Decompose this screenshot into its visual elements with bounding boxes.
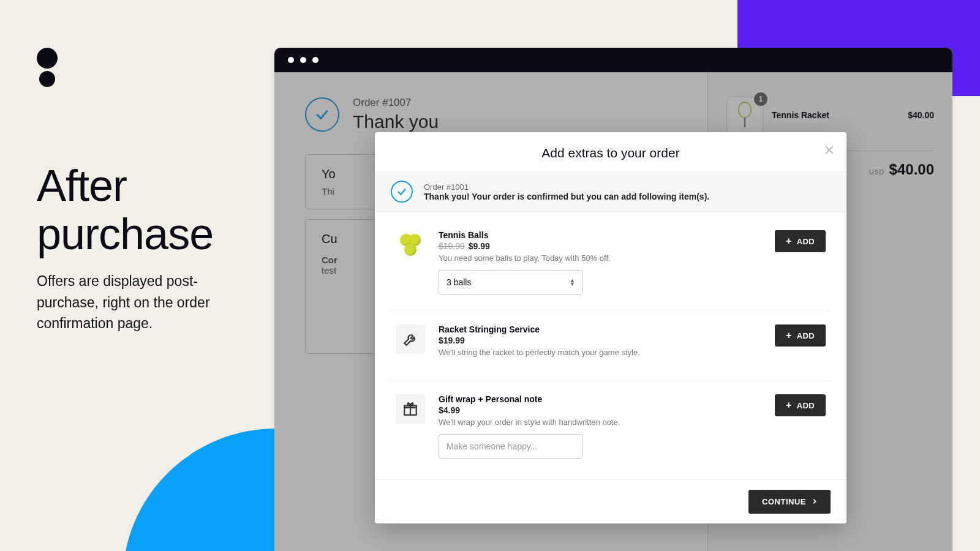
plus-icon: +	[786, 236, 792, 246]
offer-new-price: $9.99	[469, 241, 490, 251]
close-icon[interactable]	[824, 143, 834, 158]
note-input[interactable]	[439, 434, 583, 459]
offer-price: $19.99	[439, 335, 761, 345]
upsell-modal: Add extras to your order Order #1001 Tha…	[375, 132, 846, 523]
continue-button[interactable]: CONTINUE	[748, 490, 831, 514]
offer-desc: We'll string the racket to perfectly mat…	[439, 348, 761, 357]
cart-item-price: $40.00	[908, 110, 934, 120]
modal-subheader: Order #1001 Thank you! Your order is con…	[375, 171, 846, 212]
add-button[interactable]: + ADD	[775, 394, 826, 416]
headline-line: After	[37, 162, 213, 210]
offer-title: Tennis Balls	[439, 230, 761, 240]
offer-title: Racket Stringing Service	[439, 324, 761, 334]
gift-icon	[396, 394, 425, 424]
plus-icon: +	[786, 331, 792, 340]
tennis-balls-icon	[396, 230, 425, 260]
modal-header: Add extras to your order	[375, 132, 846, 171]
add-button[interactable]: + ADD	[775, 324, 826, 347]
modal-title: Add extras to your order	[541, 146, 679, 160]
offer-list: Tennis Balls $19.99$9.99 You need some b…	[375, 212, 846, 479]
plus-icon: +	[786, 400, 792, 410]
wrench-icon	[396, 324, 425, 354]
svg-point-0	[739, 102, 751, 118]
brand-logo	[37, 48, 58, 87]
offer-item: Gift wrap + Personal note $4.99 We'll wr…	[391, 381, 831, 474]
offer-title: Gift wrap + Personal note	[439, 394, 761, 404]
stepper-icon: ▲▼	[570, 279, 575, 286]
browser-titlebar	[274, 48, 952, 72]
headline-line: purchase	[37, 210, 213, 258]
checkmark-icon	[391, 181, 413, 203]
offer-desc: We'll wrap your order in style with hand…	[439, 418, 761, 427]
total-amount: $40.00	[889, 161, 934, 178]
offer-desc: You need some balls to play. Today with …	[439, 253, 761, 263]
order-thank-you: Thank you	[353, 111, 439, 132]
chevron-right-icon	[812, 497, 817, 506]
modal-confirm-text: Thank you! Your order is confirmed but y…	[424, 192, 709, 201]
offer-item: Racket Stringing Service $19.99 We'll st…	[391, 311, 831, 381]
marketing-headline: After purchase	[37, 162, 213, 258]
add-label: ADD	[797, 401, 815, 410]
cart-item: 1 Tennis Racket $40.00	[726, 97, 934, 133]
add-label: ADD	[797, 237, 815, 246]
window-dot-icon	[312, 57, 318, 63]
cart-item-name: Tennis Racket	[772, 110, 899, 120]
marketing-subtext: Offers are displayed post-purchase, righ…	[37, 271, 245, 334]
window-dot-icon	[300, 57, 306, 63]
qty-badge: 1	[754, 92, 767, 106]
currency-label: USD	[869, 168, 884, 176]
select-value: 3 balls	[447, 277, 471, 287]
add-label: ADD	[797, 331, 815, 340]
modal-order-number: Order #1001	[424, 182, 709, 192]
continue-label: CONTINUE	[762, 497, 806, 506]
offer-item: Tennis Balls $19.99$9.99 You need some b…	[391, 217, 831, 311]
cart-thumb: 1	[726, 97, 763, 133]
offer-old-price: $19.99	[439, 241, 465, 251]
offer-price: $4.99	[439, 405, 761, 415]
offer-price: $19.99$9.99	[439, 241, 761, 251]
checkmark-icon	[305, 97, 339, 132]
add-button[interactable]: + ADD	[775, 230, 826, 252]
racket-icon	[734, 102, 755, 129]
variant-select[interactable]: 3 balls ▲▼	[439, 270, 583, 294]
window-dot-icon	[288, 57, 294, 63]
modal-footer: CONTINUE	[375, 479, 846, 523]
order-number: Order #1007	[353, 97, 439, 109]
